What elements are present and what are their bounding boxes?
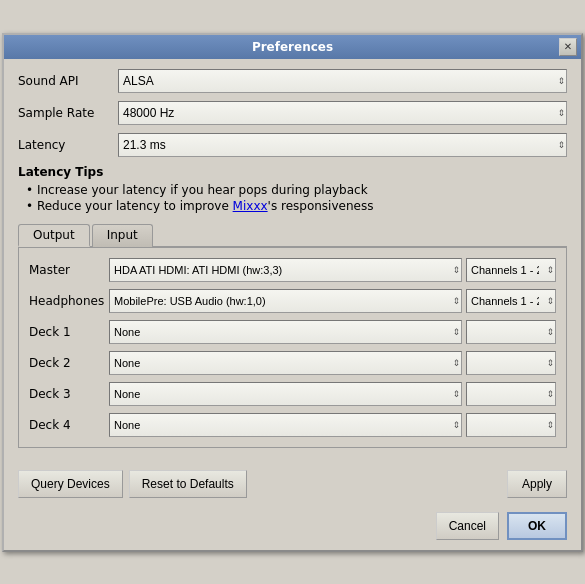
deck1-channels-select[interactable]: [466, 320, 556, 344]
headphones-label: Headphones: [29, 294, 109, 308]
deck2-row: Deck 2 None: [29, 351, 556, 375]
deck2-device-select[interactable]: None: [109, 351, 462, 375]
latency-tips-section: Latency Tips Increase your latency if yo…: [18, 165, 567, 213]
deck2-channels-select[interactable]: [466, 351, 556, 375]
main-content: Sound API ALSA Sample Rate 48000 Hz Late…: [4, 59, 581, 458]
tab-panel-output: Master HDA ATI HDMI: ATI HDMI (hw:3,3) C…: [18, 248, 567, 448]
deck2-device-select-wrapper: None: [109, 351, 462, 375]
deck1-channels-select-wrapper: [466, 320, 556, 344]
deck4-device-select[interactable]: None: [109, 413, 462, 437]
sound-api-row: Sound API ALSA: [18, 69, 567, 93]
master-label: Master: [29, 263, 109, 277]
apply-button[interactable]: Apply: [507, 470, 567, 498]
deck4-row: Deck 4 None: [29, 413, 556, 437]
deck3-row: Deck 3 None: [29, 382, 556, 406]
headphones-device-select[interactable]: MobilePre: USB Audio (hw:1,0): [109, 289, 462, 313]
latency-row: Latency 21.3 ms: [18, 133, 567, 157]
master-channels-select-wrapper: Channels 1 - 2: [466, 258, 556, 282]
window-title: Preferences: [252, 40, 333, 54]
cancel-button[interactable]: Cancel: [436, 512, 499, 540]
tab-output[interactable]: Output: [18, 224, 90, 247]
sample-rate-label: Sample Rate: [18, 106, 118, 120]
master-channels-select[interactable]: Channels 1 - 2: [466, 258, 556, 282]
deck1-label: Deck 1: [29, 325, 109, 339]
deck3-label: Deck 3: [29, 387, 109, 401]
headphones-device-select-wrapper: MobilePre: USB Audio (hw:1,0): [109, 289, 462, 313]
deck2-channels-select-wrapper: [466, 351, 556, 375]
deck2-label: Deck 2: [29, 356, 109, 370]
deck4-channels-select-wrapper: [466, 413, 556, 437]
latency-select-wrapper: 21.3 ms: [118, 133, 567, 157]
deck3-channels-select[interactable]: [466, 382, 556, 406]
headphones-channels-select[interactable]: Channels 1 - 2: [466, 289, 556, 313]
deck3-device-select-wrapper: None: [109, 382, 462, 406]
titlebar: Preferences ✕: [4, 35, 581, 59]
sound-api-label: Sound API: [18, 74, 118, 88]
deck1-device-select-wrapper: None: [109, 320, 462, 344]
master-device-select-wrapper: HDA ATI HDMI: ATI HDMI (hw:3,3): [109, 258, 462, 282]
sample-rate-select-wrapper: 48000 Hz: [118, 101, 567, 125]
tab-bar: Output Input: [18, 223, 567, 248]
deck4-channels-select[interactable]: [466, 413, 556, 437]
latency-tips-list: Increase your latency if you hear pops d…: [18, 183, 567, 213]
latency-tips-title: Latency Tips: [18, 165, 567, 179]
dialog-footer: Cancel OK: [4, 506, 581, 550]
latency-tip-1: Increase your latency if you hear pops d…: [26, 183, 567, 197]
sample-rate-select[interactable]: 48000 Hz: [118, 101, 567, 125]
close-button[interactable]: ✕: [559, 38, 577, 56]
preferences-window: Preferences ✕ Sound API ALSA Sample Rate…: [2, 33, 583, 552]
deck3-device-select[interactable]: None: [109, 382, 462, 406]
tabs-container: Output Input Master HDA ATI HDMI: ATI HD…: [18, 223, 567, 448]
sound-api-select-wrapper: ALSA: [118, 69, 567, 93]
mixxx-link[interactable]: Mixxx: [233, 199, 268, 213]
master-row: Master HDA ATI HDMI: ATI HDMI (hw:3,3) C…: [29, 258, 556, 282]
deck4-label: Deck 4: [29, 418, 109, 432]
close-icon: ✕: [564, 41, 572, 52]
deck1-device-select[interactable]: None: [109, 320, 462, 344]
deck3-channels-select-wrapper: [466, 382, 556, 406]
deck1-row: Deck 1 None: [29, 320, 556, 344]
latency-tip-2: Reduce your latency to improve Mixxx's r…: [26, 199, 567, 213]
sound-api-select[interactable]: ALSA: [118, 69, 567, 93]
tab-input-label: Input: [107, 228, 138, 242]
reset-to-defaults-button[interactable]: Reset to Defaults: [129, 470, 247, 498]
deck4-device-select-wrapper: None: [109, 413, 462, 437]
master-device-select[interactable]: HDA ATI HDMI: ATI HDMI (hw:3,3): [109, 258, 462, 282]
latency-select[interactable]: 21.3 ms: [118, 133, 567, 157]
bottom-buttons-row: Query Devices Reset to Defaults Apply: [4, 462, 581, 506]
latency-label: Latency: [18, 138, 118, 152]
headphones-row: Headphones MobilePre: USB Audio (hw:1,0)…: [29, 289, 556, 313]
tab-output-label: Output: [33, 228, 75, 242]
query-devices-button[interactable]: Query Devices: [18, 470, 123, 498]
tab-input[interactable]: Input: [92, 224, 153, 247]
bottom-buttons-left: Query Devices Reset to Defaults: [18, 470, 247, 498]
headphones-channels-select-wrapper: Channels 1 - 2: [466, 289, 556, 313]
ok-button[interactable]: OK: [507, 512, 567, 540]
sample-rate-row: Sample Rate 48000 Hz: [18, 101, 567, 125]
